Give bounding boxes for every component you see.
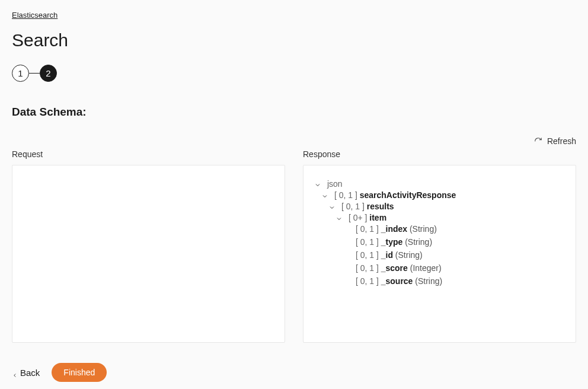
node-type: (Integer) [410,263,442,273]
request-label: Request [12,149,285,159]
step-connector [29,73,40,74]
node-name: _score [381,263,408,273]
node-name: searchActivityResponse [360,190,456,200]
node-cardinality: [ 0+ ] [349,213,368,222]
tree-node-item[interactable]: [ 0+ ] item [ 0, 1 ] [335,211,565,289]
tree-node-type[interactable]: [ 0, 1 ] _type (String) [343,235,565,248]
page-title: Search [12,30,576,50]
node-type: (String) [405,237,432,247]
tree-node-score[interactable]: [ 0, 1 ] _score (Integer) [343,262,565,275]
chevron-down-icon[interactable] [335,215,343,222]
schema-tree: json [ 0, 1 ] searchActivityResponse [314,177,565,295]
node-cardinality: [ 0, 1 ] [356,276,379,286]
section-title: Data Schema: [12,106,576,119]
node-cardinality: [ 0, 1 ] [356,224,379,234]
chevron-down-icon[interactable] [314,181,321,188]
request-panel [12,165,285,343]
node-name: _id [381,250,393,260]
chevron-down-icon[interactable] [321,192,328,199]
breadcrumb: Elasticsearch [12,11,576,20]
refresh-label: Refresh [547,136,576,146]
node-name: _type [381,237,403,247]
node-cardinality: [ 0, 1 ] [356,263,379,273]
node-cardinality: [ 0, 1 ] [341,202,365,211]
back-button[interactable]: Back [12,368,40,378]
back-label: Back [20,368,40,378]
breadcrumb-root-link[interactable]: Elasticsearch [12,11,57,20]
tree-node-index[interactable]: [ 0, 1 ] _index (String) [343,222,565,235]
refresh-button[interactable]: Refresh [534,136,576,146]
chevron-down-icon[interactable] [328,203,335,211]
step-1[interactable]: 1 [12,65,29,82]
node-name: item [369,213,386,222]
response-label: Response [303,149,576,159]
tree-node-id[interactable]: [ 0, 1 ] _id (String) [343,248,565,262]
chevron-left-icon [12,370,17,375]
finished-button[interactable]: Finished [52,363,107,382]
tree-node-searchactivityresponse[interactable]: [ 0, 1 ] searchActivityResponse [ 0, 1 ]… [321,189,565,293]
node-cardinality: [ 0, 1 ] [334,190,357,200]
tree-node-json[interactable]: json [ 0, 1 ] searchActivityResponse [314,177,565,295]
node-type: (String) [410,224,437,234]
node-name: json [327,179,343,189]
node-name: results [367,202,394,211]
node-name: _source [381,276,413,286]
node-name: _index [381,224,407,234]
node-cardinality: [ 0, 1 ] [356,237,379,247]
node-type: (String) [395,250,423,260]
tree-node-source[interactable]: [ 0, 1 ] _source (String) [343,275,565,288]
tree-node-results[interactable]: [ 0, 1 ] results [ 0+ ] [328,200,565,291]
refresh-icon [534,137,542,145]
response-panel: json [ 0, 1 ] searchActivityResponse [303,165,576,343]
node-cardinality: [ 0, 1 ] [356,250,379,260]
step-2[interactable]: 2 [40,65,57,82]
stepper: 1 2 [12,65,576,82]
node-type: (String) [415,276,442,286]
